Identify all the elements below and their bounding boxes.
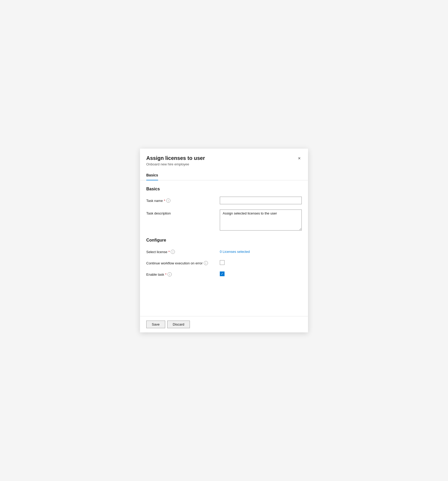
basics-section-title: Basics [146, 187, 302, 191]
enable-task-required: * [165, 273, 166, 276]
select-license-info-icon[interactable]: i [171, 250, 175, 254]
select-license-required: * [168, 250, 170, 254]
task-name-info-icon[interactable]: i [166, 198, 170, 203]
enable-task-control: ✓ [220, 270, 302, 276]
assign-licenses-dialog: Assign licenses to user Onboard new hire… [140, 149, 308, 332]
task-name-control: Assign licenses to user [220, 197, 302, 204]
select-license-row: Select license * i 0 Licenses selected [146, 248, 302, 254]
close-button[interactable]: × [297, 155, 302, 162]
enable-task-row: Enable task * i ✓ [146, 270, 302, 276]
continue-workflow-control [220, 259, 302, 265]
dialog-title: Assign licenses to user [146, 155, 205, 161]
enable-task-checkbox-wrapper: ✓ [220, 270, 302, 276]
close-icon: × [298, 156, 301, 161]
task-name-row: Task name * i Assign licenses to user [146, 197, 302, 204]
tab-bar: Basics [140, 170, 308, 180]
discard-button[interactable]: Discard [167, 321, 190, 328]
enable-task-label: Enable task * i [146, 270, 220, 276]
enable-task-checkbox[interactable]: ✓ [220, 271, 225, 276]
task-name-required: * [164, 199, 165, 203]
dialog-footer: Save Discard [140, 316, 308, 332]
configure-section-title: Configure [146, 238, 302, 243]
task-description-input[interactable] [220, 210, 302, 231]
task-description-row: Task description [146, 210, 302, 232]
dialog-header: Assign licenses to user Onboard new hire… [140, 149, 308, 166]
tab-basics[interactable]: Basics [146, 170, 158, 180]
enable-task-info-icon[interactable]: i [168, 272, 172, 276]
continue-workflow-label: Continue workflow execution on error i [146, 259, 220, 265]
task-name-input[interactable]: Assign licenses to user [220, 197, 302, 204]
select-license-label: Select license * i [146, 248, 220, 254]
select-license-control: 0 Licenses selected [220, 248, 302, 254]
continue-workflow-row: Continue workflow execution on error i [146, 259, 302, 265]
save-button[interactable]: Save [146, 321, 165, 328]
continue-workflow-checkbox-wrapper [220, 259, 302, 265]
checkmark-icon: ✓ [221, 272, 223, 275]
dialog-body: Basics Task name * i Assign licenses to … [140, 180, 308, 316]
task-name-label: Task name * i [146, 197, 220, 203]
header-text: Assign licenses to user Onboard new hire… [146, 155, 205, 166]
configure-section: Configure Select license * i 0 Licenses … [146, 238, 302, 276]
task-description-control [220, 210, 302, 232]
continue-workflow-info-icon[interactable]: i [204, 261, 208, 265]
continue-workflow-checkbox[interactable] [220, 260, 225, 265]
task-description-label: Task description [146, 210, 220, 215]
licenses-selected-link[interactable]: 0 Licenses selected [220, 248, 250, 254]
dialog-subtitle: Onboard new hire employee [146, 162, 205, 166]
